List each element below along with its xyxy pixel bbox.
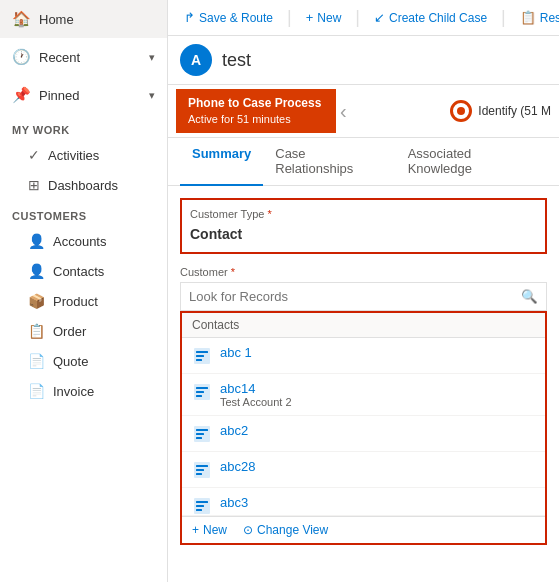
plus-icon: + <box>192 523 199 537</box>
sidebar-item-label: Quote <box>53 354 88 369</box>
sidebar: 🏠 Home 🕐 Recent ▾ 📌 Pinned ▾ My Work ✓ A… <box>0 0 168 582</box>
search-button[interactable]: 🔍 <box>513 283 546 310</box>
customer-type-field: Customer Type * Contact <box>180 198 547 254</box>
toolbar: ↱ Save & Route | + New | ↙ Create Child … <box>168 0 559 36</box>
sidebar-item-label: Product <box>53 294 98 309</box>
contacts-icon: 👤 <box>28 263 45 279</box>
avatar: A <box>180 44 212 76</box>
sidebar-item-order[interactable]: 📋 Order <box>0 316 167 346</box>
svg-rect-7 <box>196 395 202 397</box>
resol-button[interactable]: 📋 Resol <box>512 6 559 29</box>
contact-name: abc14 <box>220 381 292 396</box>
customer-type-label: Customer Type * <box>190 208 537 220</box>
sidebar-item-home[interactable]: 🏠 Home <box>0 0 167 38</box>
new-icon: + <box>306 10 314 25</box>
list-item[interactable]: abc3 <box>182 488 545 516</box>
resol-icon: 📋 <box>520 10 536 25</box>
pin-icon: 📌 <box>12 86 31 104</box>
process-tag[interactable]: Phone to Case Process Active for 51 minu… <box>176 89 336 133</box>
list-item[interactable]: abc28 <box>182 452 545 488</box>
svg-rect-17 <box>196 501 208 503</box>
list-item[interactable]: abc14 Test Account 2 <box>182 374 545 416</box>
sidebar-item-quote[interactable]: 📄 Quote <box>0 346 167 376</box>
sidebar-item-product[interactable]: 📦 Product <box>0 286 167 316</box>
process-identify: Identify (51 M <box>450 100 551 122</box>
customer-search-row: 🔍 <box>180 282 547 311</box>
contact-name: abc28 <box>220 459 255 474</box>
contact-details: abc14 Test Account 2 <box>220 381 292 408</box>
create-child-icon: ↙ <box>374 10 385 25</box>
form-area: Customer Type * Contact Customer * 🔍 Con… <box>168 186 559 582</box>
sidebar-item-contacts[interactable]: 👤 Contacts <box>0 256 167 286</box>
sidebar-item-activities[interactable]: ✓ Activities <box>0 140 167 170</box>
chevron-down-icon: ▾ <box>149 89 155 102</box>
identify-circle <box>450 100 472 122</box>
contacts-dropdown: Contacts abc 1 <box>180 311 547 545</box>
sidebar-item-label: Order <box>53 324 86 339</box>
process-title: Phone to Case Process <box>188 95 324 112</box>
svg-rect-2 <box>196 355 204 357</box>
required-indicator: * <box>231 266 235 278</box>
change-view-button[interactable]: ⊙ Change View <box>243 523 328 537</box>
recent-icon: 🕐 <box>12 48 31 66</box>
sidebar-item-recent[interactable]: 🕐 Recent ▾ <box>0 38 167 76</box>
contacts-list: abc 1 <box>182 338 545 516</box>
customer-search-input[interactable] <box>181 283 513 310</box>
sidebar-item-label: Dashboards <box>48 178 118 193</box>
svg-rect-11 <box>196 437 202 439</box>
tab-case-relationships[interactable]: Case Relationships <box>263 138 395 186</box>
order-icon: 📋 <box>28 323 45 339</box>
svg-rect-3 <box>196 359 202 361</box>
list-item[interactable]: abc 1 <box>182 338 545 374</box>
view-icon: ⊙ <box>243 523 253 537</box>
invoice-icon: 📄 <box>28 383 45 399</box>
activities-icon: ✓ <box>28 147 40 163</box>
customer-label: Customer * <box>180 266 547 278</box>
new-button[interactable]: + New <box>298 6 350 29</box>
process-subtitle: Active for 51 minutes <box>188 112 324 127</box>
tab-associated-knowledge[interactable]: Associated Knowledge <box>396 138 547 186</box>
search-icon: 🔍 <box>521 289 538 304</box>
svg-rect-14 <box>196 469 204 471</box>
contact-record-icon <box>192 496 212 516</box>
sidebar-item-dashboards[interactable]: ⊞ Dashboards <box>0 170 167 200</box>
new-contact-button[interactable]: + New <box>192 523 227 537</box>
sidebar-item-label: Recent <box>39 50 80 65</box>
toolbar-divider: | <box>501 7 506 28</box>
list-item[interactable]: abc2 <box>182 416 545 452</box>
save-route-button[interactable]: ↱ Save & Route <box>176 6 281 29</box>
contact-details: abc28 <box>220 459 255 474</box>
record-name: test <box>222 50 251 71</box>
sidebar-section-my-work: My Work <box>0 114 167 140</box>
sidebar-item-invoice[interactable]: 📄 Invoice <box>0 376 167 406</box>
sidebar-item-label: Pinned <box>39 88 79 103</box>
sidebar-item-label: Activities <box>48 148 99 163</box>
svg-rect-19 <box>196 509 202 511</box>
contact-record-icon <box>192 382 212 402</box>
process-bar: Phone to Case Process Active for 51 minu… <box>168 85 559 138</box>
identify-dot <box>457 107 465 115</box>
sidebar-item-label: Accounts <box>53 234 106 249</box>
contact-details: abc2 <box>220 423 248 438</box>
toolbar-divider: | <box>355 7 360 28</box>
contact-record-icon <box>192 424 212 444</box>
dropdown-footer: + New ⊙ Change View <box>182 516 545 543</box>
tab-summary[interactable]: Summary <box>180 138 263 186</box>
contact-account: Test Account 2 <box>220 396 292 408</box>
svg-rect-9 <box>196 429 208 431</box>
home-icon: 🏠 <box>12 10 31 28</box>
svg-rect-6 <box>196 391 204 393</box>
contact-name: abc 1 <box>220 345 252 360</box>
identify-label: Identify (51 M <box>478 104 551 118</box>
svg-rect-15 <box>196 473 202 475</box>
tabs: Summary Case Relationships Associated Kn… <box>168 138 559 186</box>
sidebar-item-accounts[interactable]: 👤 Accounts <box>0 226 167 256</box>
accounts-icon: 👤 <box>28 233 45 249</box>
sidebar-item-pinned[interactable]: 📌 Pinned ▾ <box>0 76 167 114</box>
required-indicator: * <box>267 208 271 220</box>
create-child-case-button[interactable]: ↙ Create Child Case <box>366 6 495 29</box>
process-chevron-icon[interactable]: ‹ <box>340 100 347 123</box>
contact-details: abc3 <box>220 495 248 510</box>
toolbar-divider: | <box>287 7 292 28</box>
svg-rect-5 <box>196 387 208 389</box>
